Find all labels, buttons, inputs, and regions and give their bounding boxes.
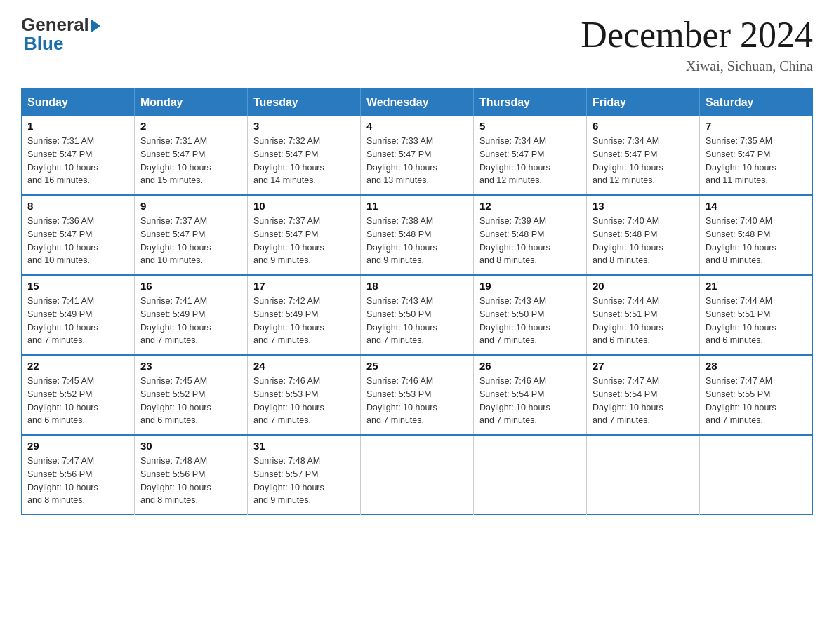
day-number: 11 <box>366 200 468 212</box>
calendar-cell: 3Sunrise: 7:32 AMSunset: 5:47 PMDaylight… <box>248 116 361 195</box>
calendar-cell: 31Sunrise: 7:48 AMSunset: 5:57 PMDayligh… <box>248 435 361 515</box>
day-info: Sunrise: 7:46 AMSunset: 5:53 PMDaylight:… <box>366 375 468 427</box>
page-header: General Blue December 2024 Xiwai, Sichua… <box>21 14 813 74</box>
calendar-cell: 2Sunrise: 7:31 AMSunset: 5:47 PMDaylight… <box>135 116 248 195</box>
calendar-cell: 18Sunrise: 7:43 AMSunset: 5:50 PMDayligh… <box>361 275 474 355</box>
calendar-cell: 14Sunrise: 7:40 AMSunset: 5:48 PMDayligh… <box>700 195 813 275</box>
day-number: 20 <box>593 280 694 292</box>
calendar-cell: 1Sunrise: 7:31 AMSunset: 5:47 PMDaylight… <box>22 116 135 195</box>
calendar-cell: 5Sunrise: 7:34 AMSunset: 5:47 PMDaylight… <box>474 116 587 195</box>
day-header-thursday: Thursday <box>474 89 587 116</box>
day-number: 26 <box>479 360 581 372</box>
day-header-wednesday: Wednesday <box>361 89 474 116</box>
day-header-tuesday: Tuesday <box>248 89 361 116</box>
day-info: Sunrise: 7:45 AMSunset: 5:52 PMDaylight:… <box>140 375 241 427</box>
calendar-cell: 21Sunrise: 7:44 AMSunset: 5:51 PMDayligh… <box>700 275 813 355</box>
day-number: 19 <box>479 280 581 292</box>
calendar-cell: 28Sunrise: 7:47 AMSunset: 5:55 PMDayligh… <box>700 355 813 435</box>
day-info: Sunrise: 7:38 AMSunset: 5:48 PMDaylight:… <box>366 215 468 267</box>
day-info: Sunrise: 7:48 AMSunset: 5:56 PMDaylight:… <box>140 455 241 507</box>
calendar-week-row: 29Sunrise: 7:47 AMSunset: 5:56 PMDayligh… <box>22 435 813 515</box>
day-number: 16 <box>140 280 241 292</box>
day-info: Sunrise: 7:37 AMSunset: 5:47 PMDaylight:… <box>253 215 355 267</box>
logo-blue-text: Blue <box>21 33 63 55</box>
day-info: Sunrise: 7:47 AMSunset: 5:54 PMDaylight:… <box>593 375 694 427</box>
day-info: Sunrise: 7:42 AMSunset: 5:49 PMDaylight:… <box>253 295 355 347</box>
day-number: 25 <box>366 360 468 372</box>
day-info: Sunrise: 7:36 AMSunset: 5:47 PMDaylight:… <box>27 215 128 267</box>
logo-triangle-icon <box>91 19 100 33</box>
calendar-week-row: 1Sunrise: 7:31 AMSunset: 5:47 PMDaylight… <box>22 116 813 195</box>
calendar-cell: 29Sunrise: 7:47 AMSunset: 5:56 PMDayligh… <box>22 435 135 515</box>
day-number: 7 <box>706 120 807 132</box>
calendar-cell: 7Sunrise: 7:35 AMSunset: 5:47 PMDaylight… <box>700 116 813 195</box>
day-info: Sunrise: 7:44 AMSunset: 5:51 PMDaylight:… <box>593 295 694 347</box>
day-header-saturday: Saturday <box>700 89 813 116</box>
calendar-cell: 4Sunrise: 7:33 AMSunset: 5:47 PMDaylight… <box>361 116 474 195</box>
day-info: Sunrise: 7:35 AMSunset: 5:47 PMDaylight:… <box>706 135 807 187</box>
day-number: 2 <box>140 120 241 132</box>
calendar-cell: 10Sunrise: 7:37 AMSunset: 5:47 PMDayligh… <box>248 195 361 275</box>
day-number: 10 <box>253 200 355 212</box>
day-number: 29 <box>27 440 128 452</box>
day-header-sunday: Sunday <box>22 89 135 116</box>
calendar-cell: 26Sunrise: 7:46 AMSunset: 5:54 PMDayligh… <box>474 355 587 435</box>
day-info: Sunrise: 7:47 AMSunset: 5:55 PMDaylight:… <box>706 375 807 427</box>
day-number: 27 <box>593 360 694 372</box>
calendar-cell: 15Sunrise: 7:41 AMSunset: 5:49 PMDayligh… <box>22 275 135 355</box>
day-info: Sunrise: 7:48 AMSunset: 5:57 PMDaylight:… <box>253 455 355 507</box>
calendar-cell: 30Sunrise: 7:48 AMSunset: 5:56 PMDayligh… <box>135 435 248 515</box>
calendar-cell <box>700 435 813 515</box>
calendar-cell: 27Sunrise: 7:47 AMSunset: 5:54 PMDayligh… <box>587 355 700 435</box>
day-number: 8 <box>27 200 128 212</box>
day-number: 22 <box>27 360 128 372</box>
day-number: 23 <box>140 360 241 372</box>
calendar-cell: 6Sunrise: 7:34 AMSunset: 5:47 PMDaylight… <box>587 116 700 195</box>
day-info: Sunrise: 7:39 AMSunset: 5:48 PMDaylight:… <box>479 215 581 267</box>
day-info: Sunrise: 7:45 AMSunset: 5:52 PMDaylight:… <box>27 375 128 427</box>
calendar-cell: 22Sunrise: 7:45 AMSunset: 5:52 PMDayligh… <box>22 355 135 435</box>
day-info: Sunrise: 7:34 AMSunset: 5:47 PMDaylight:… <box>593 135 694 187</box>
day-number: 15 <box>27 280 128 292</box>
calendar-cell: 16Sunrise: 7:41 AMSunset: 5:49 PMDayligh… <box>135 275 248 355</box>
day-number: 30 <box>140 440 241 452</box>
day-number: 9 <box>140 200 241 212</box>
day-info: Sunrise: 7:41 AMSunset: 5:49 PMDaylight:… <box>27 295 128 347</box>
day-info: Sunrise: 7:47 AMSunset: 5:56 PMDaylight:… <box>27 455 128 507</box>
calendar-cell: 20Sunrise: 7:44 AMSunset: 5:51 PMDayligh… <box>587 275 700 355</box>
calendar-cell: 11Sunrise: 7:38 AMSunset: 5:48 PMDayligh… <box>361 195 474 275</box>
calendar-table: SundayMondayTuesdayWednesdayThursdayFrid… <box>21 88 813 515</box>
day-header-friday: Friday <box>587 89 700 116</box>
title-section: December 2024 Xiwai, Sichuan, China <box>581 14 813 74</box>
calendar-body: 1Sunrise: 7:31 AMSunset: 5:47 PMDaylight… <box>22 116 813 515</box>
day-number: 21 <box>706 280 807 292</box>
calendar-cell: 9Sunrise: 7:37 AMSunset: 5:47 PMDaylight… <box>135 195 248 275</box>
calendar-cell: 23Sunrise: 7:45 AMSunset: 5:52 PMDayligh… <box>135 355 248 435</box>
day-number: 31 <box>253 440 355 452</box>
calendar-cell: 17Sunrise: 7:42 AMSunset: 5:49 PMDayligh… <box>248 275 361 355</box>
day-number: 24 <box>253 360 355 372</box>
day-info: Sunrise: 7:32 AMSunset: 5:47 PMDaylight:… <box>253 135 355 187</box>
calendar-week-row: 22Sunrise: 7:45 AMSunset: 5:52 PMDayligh… <box>22 355 813 435</box>
day-number: 18 <box>366 280 468 292</box>
day-number: 3 <box>253 120 355 132</box>
calendar-cell: 12Sunrise: 7:39 AMSunset: 5:48 PMDayligh… <box>474 195 587 275</box>
day-number: 13 <box>593 200 694 212</box>
day-info: Sunrise: 7:33 AMSunset: 5:47 PMDaylight:… <box>366 135 468 187</box>
calendar-cell <box>361 435 474 515</box>
month-title: December 2024 <box>581 14 813 55</box>
calendar-cell: 25Sunrise: 7:46 AMSunset: 5:53 PMDayligh… <box>361 355 474 435</box>
day-info: Sunrise: 7:40 AMSunset: 5:48 PMDaylight:… <box>593 215 694 267</box>
day-info: Sunrise: 7:31 AMSunset: 5:47 PMDaylight:… <box>140 135 241 187</box>
day-number: 28 <box>706 360 807 372</box>
day-info: Sunrise: 7:46 AMSunset: 5:53 PMDaylight:… <box>253 375 355 427</box>
day-number: 12 <box>479 200 581 212</box>
day-info: Sunrise: 7:43 AMSunset: 5:50 PMDaylight:… <box>479 295 581 347</box>
logo: General Blue <box>21 14 100 55</box>
day-info: Sunrise: 7:40 AMSunset: 5:48 PMDaylight:… <box>706 215 807 267</box>
calendar-cell <box>474 435 587 515</box>
day-info: Sunrise: 7:43 AMSunset: 5:50 PMDaylight:… <box>366 295 468 347</box>
day-info: Sunrise: 7:34 AMSunset: 5:47 PMDaylight:… <box>479 135 581 187</box>
day-info: Sunrise: 7:46 AMSunset: 5:54 PMDaylight:… <box>479 375 581 427</box>
day-info: Sunrise: 7:41 AMSunset: 5:49 PMDaylight:… <box>140 295 241 347</box>
